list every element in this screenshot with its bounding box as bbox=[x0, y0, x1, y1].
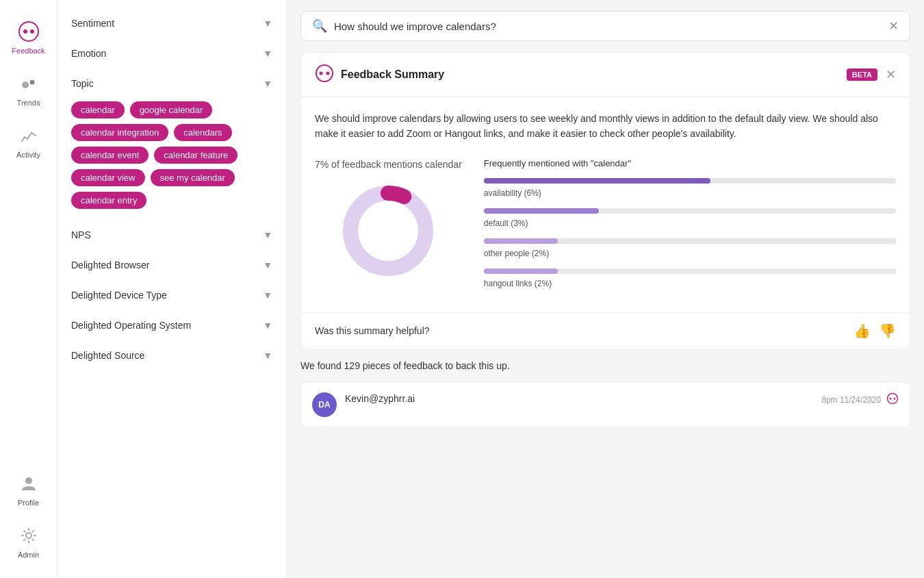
nav-label-feedback: Feedback bbox=[12, 47, 44, 55]
left-navigation: Feedback Trends Activity Profile bbox=[0, 0, 57, 578]
bar-fill-1 bbox=[484, 208, 600, 214]
chevron-emotion-icon: ▼ bbox=[263, 48, 272, 59]
profile-icon bbox=[16, 471, 41, 496]
summary-logo-icon bbox=[315, 64, 334, 86]
tag-google-calendar[interactable]: google calendar bbox=[130, 101, 213, 118]
sidebar-topic-header[interactable]: Topic ▼ bbox=[66, 71, 278, 96]
feedback-item: DA Kevin@zyphrr.ai 8pm 11/24/2020 bbox=[300, 382, 910, 427]
bar-label-3: hangout links (2%) bbox=[484, 279, 552, 288]
tag-calendar-feature[interactable]: calendar feature bbox=[154, 147, 238, 164]
nav-label-activity: Activity bbox=[16, 151, 40, 159]
nav-item-trends[interactable]: Trends bbox=[0, 63, 57, 115]
sidebar-delighted-device-header[interactable]: Delighted Device Type ▼ bbox=[66, 283, 278, 307]
sidebar-delighted-os-header[interactable]: Delighted Operating System ▼ bbox=[66, 313, 278, 338]
chevron-delighted-device-icon: ▼ bbox=[263, 290, 272, 301]
sidebar-section-topic: Topic ▼ calendargoogle calendarcalendar … bbox=[66, 71, 278, 217]
sidebar-section-delighted-device: Delighted Device Type ▼ bbox=[66, 283, 278, 307]
bar-label-1: default (3%) bbox=[484, 218, 528, 228]
thumbs-up-icon[interactable]: 👍 bbox=[854, 323, 871, 339]
svg-point-0 bbox=[19, 22, 38, 41]
svg-point-7 bbox=[316, 65, 333, 81]
summary-header-right: BETA ✕ bbox=[847, 67, 896, 82]
tag-calendar-event[interactable]: calendar event bbox=[71, 147, 149, 164]
sidebar-delighted-source-header[interactable]: Delighted Source ▼ bbox=[66, 343, 278, 368]
tags-container: calendargoogle calendarcalendar integrat… bbox=[66, 96, 278, 217]
chevron-topic-icon: ▼ bbox=[263, 78, 272, 89]
bar-track-3 bbox=[484, 268, 896, 274]
feedback-icon bbox=[16, 19, 41, 44]
search-icon: 🔍 bbox=[312, 18, 327, 34]
bottom-sections: NPS ▼ Delighted Browser ▼ Delighted Devi… bbox=[66, 223, 278, 368]
summary-footer: Was this summary helpful? 👍 👎 bbox=[301, 312, 910, 349]
svg-point-10 bbox=[350, 193, 426, 268]
admin-icon bbox=[16, 523, 41, 548]
summary-close-icon[interactable]: ✕ bbox=[886, 67, 896, 82]
sidebar-section-emotion: Emotion ▼ bbox=[66, 41, 278, 66]
svg-point-4 bbox=[29, 80, 34, 85]
bar-item-0: availability (6%) bbox=[484, 178, 896, 199]
svg-point-2 bbox=[30, 29, 34, 34]
summary-text: We should improve calendars by allowing … bbox=[315, 111, 896, 142]
helpful-text: Was this summary helpful? bbox=[315, 325, 430, 336]
sidebar-section-sentiment: Sentiment ▼ bbox=[66, 11, 278, 36]
bar-items: availability (6%) default (3%) other peo… bbox=[484, 178, 896, 289]
beta-badge: BETA bbox=[847, 68, 877, 81]
bar-fill-2 bbox=[484, 238, 558, 244]
sidebar-delighted-browser-header[interactable]: Delighted Browser ▼ bbox=[66, 253, 278, 277]
chevron-delighted-browser-icon: ▼ bbox=[263, 260, 272, 271]
summary-body: We should improve calendars by allowing … bbox=[301, 97, 910, 312]
search-clear-icon[interactable]: ✕ bbox=[888, 18, 899, 34]
sidebar-topic-title: Topic bbox=[71, 78, 94, 89]
bar-chart-title: Frequently mentioned with "calendar" bbox=[484, 158, 896, 168]
sidebar-delighted-browser-title: Delighted Browser bbox=[71, 260, 149, 271]
sidebar-delighted-device-title: Delighted Device Type bbox=[71, 290, 167, 301]
sidebar-sentiment-header[interactable]: Sentiment ▼ bbox=[66, 11, 278, 36]
thumbs-down-icon[interactable]: 👎 bbox=[879, 323, 896, 339]
search-input[interactable] bbox=[334, 21, 888, 32]
search-bar: 🔍 ✕ bbox=[300, 11, 910, 41]
svg-point-8 bbox=[320, 72, 323, 75]
bar-item-3: hangout links (2%) bbox=[484, 268, 896, 289]
chevron-delighted-os-icon: ▼ bbox=[263, 320, 272, 331]
sidebar-delighted-os-title: Delighted Operating System bbox=[71, 320, 191, 331]
svg-point-6 bbox=[26, 533, 31, 538]
nav-label-trends: Trends bbox=[17, 99, 40, 107]
nav-item-activity[interactable]: Activity bbox=[0, 115, 57, 167]
bar-track-2 bbox=[484, 238, 896, 244]
tag-calendar-entry[interactable]: calendar entry bbox=[71, 192, 146, 209]
trends-icon bbox=[16, 71, 41, 96]
tag-calendars[interactable]: calendars bbox=[174, 124, 231, 141]
sidebar-sentiment-title: Sentiment bbox=[71, 18, 114, 29]
feedback-time: 8pm 11/24/2020 bbox=[821, 395, 881, 405]
sidebar-nps-title: NPS bbox=[71, 229, 91, 240]
svg-point-3 bbox=[22, 81, 29, 88]
sidebar-emotion-header[interactable]: Emotion ▼ bbox=[66, 41, 278, 66]
sidebar-nps-header[interactable]: NPS ▼ bbox=[66, 223, 278, 247]
delighted-logo-icon bbox=[886, 392, 899, 407]
tag-calendar[interactable]: calendar bbox=[71, 101, 125, 118]
nav-item-profile[interactable]: Profile bbox=[0, 463, 57, 515]
nav-label-profile: Profile bbox=[18, 499, 39, 507]
chevron-nps-icon: ▼ bbox=[263, 229, 272, 240]
sidebar-section-delighted-source: Delighted Source ▼ bbox=[66, 343, 278, 368]
sidebar-section-nps: NPS ▼ bbox=[66, 223, 278, 247]
tag-see-my-calendar[interactable]: see my calendar bbox=[151, 169, 235, 186]
activity-icon bbox=[16, 123, 41, 148]
nav-item-admin[interactable]: Admin bbox=[0, 515, 57, 567]
nav-label-admin: Admin bbox=[18, 551, 39, 559]
bar-item-1: default (3%) bbox=[484, 208, 896, 229]
chevron-sentiment-icon: ▼ bbox=[263, 18, 272, 29]
main-content: 🔍 ✕ Feedback Summary BETA ✕ bbox=[287, 0, 924, 578]
bar-item-2: other people (2%) bbox=[484, 238, 896, 259]
summary-stats: 7% of feedback mentions calendar Frequen… bbox=[315, 158, 896, 299]
svg-point-9 bbox=[326, 72, 330, 75]
feedback-summary-card: Feedback Summary BETA ✕ We should improv… bbox=[300, 52, 910, 349]
tag-calendar-view[interactable]: calendar view bbox=[71, 169, 145, 186]
feedback-count: We found 129 pieces of feedback to back … bbox=[300, 360, 910, 371]
tag-calendar-integration[interactable]: calendar integration bbox=[71, 124, 168, 141]
donut-chart bbox=[337, 179, 439, 282]
nav-item-feedback[interactable]: Feedback bbox=[0, 11, 57, 63]
bar-chart-wrap: Frequently mentioned with "calendar" ava… bbox=[484, 158, 896, 299]
donut-label: 7% of feedback mentions calendar bbox=[315, 158, 462, 172]
feedback-user-email: Kevin@zyphrr.ai bbox=[345, 393, 415, 404]
